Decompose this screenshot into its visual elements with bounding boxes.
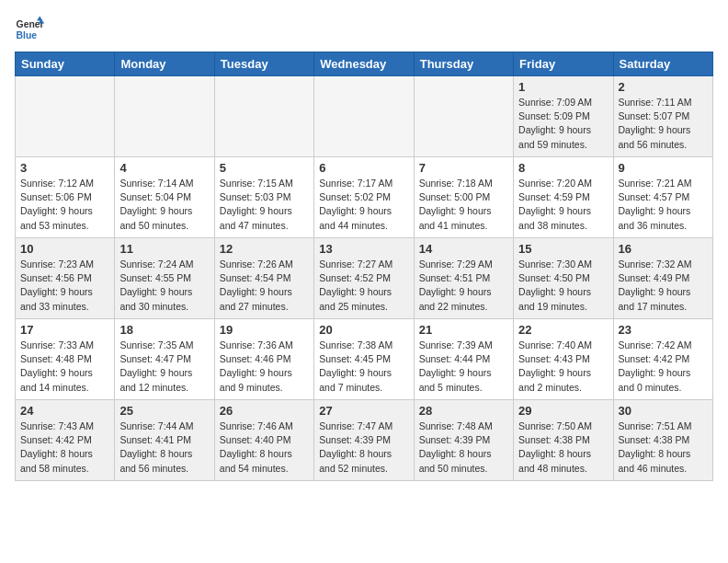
calendar-day-cell: 24Sunrise: 7:43 AM Sunset: 4:42 PM Dayli… [16, 400, 115, 481]
day-info: Sunrise: 7:36 AM Sunset: 4:46 PM Dayligh… [220, 339, 309, 395]
calendar-day-cell: 20Sunrise: 7:38 AM Sunset: 4:45 PM Dayli… [314, 319, 414, 400]
day-info: Sunrise: 7:35 AM Sunset: 4:47 PM Dayligh… [119, 339, 209, 395]
calendar-day-cell: 8Sunrise: 7:20 AM Sunset: 4:59 PM Daylig… [514, 157, 613, 238]
day-info: Sunrise: 7:30 AM Sunset: 4:50 PM Dayligh… [518, 258, 608, 314]
calendar-day-cell: 25Sunrise: 7:44 AM Sunset: 4:41 PM Dayli… [115, 400, 214, 481]
day-number: 15 [518, 242, 608, 256]
calendar-day-cell [115, 76, 214, 157]
svg-text:Blue: Blue [17, 30, 38, 40]
day-number: 11 [119, 242, 209, 256]
calendar-week-row: 10Sunrise: 7:23 AM Sunset: 4:56 PM Dayli… [16, 238, 713, 319]
day-info: Sunrise: 7:46 AM Sunset: 4:40 PM Dayligh… [220, 419, 309, 476]
calendar-day-cell [314, 76, 414, 157]
day-number: 7 [419, 161, 508, 175]
calendar-day-cell: 13Sunrise: 7:27 AM Sunset: 4:52 PM Dayli… [314, 238, 414, 319]
calendar-week-row: 3Sunrise: 7:12 AM Sunset: 5:06 PM Daylig… [16, 157, 713, 238]
calendar-day-cell: 21Sunrise: 7:39 AM Sunset: 4:44 PM Dayli… [414, 319, 513, 400]
day-number: 21 [419, 323, 508, 337]
day-number: 19 [220, 323, 309, 337]
calendar-day-cell: 6Sunrise: 7:17 AM Sunset: 5:02 PM Daylig… [314, 157, 414, 238]
day-number: 20 [319, 323, 408, 337]
day-info: Sunrise: 7:21 AM Sunset: 4:57 PM Dayligh… [619, 177, 708, 233]
calendar-week-row: 24Sunrise: 7:43 AM Sunset: 4:42 PM Dayli… [16, 400, 713, 481]
calendar-day-cell: 10Sunrise: 7:23 AM Sunset: 4:56 PM Dayli… [16, 238, 115, 319]
day-header: Wednesday [314, 52, 414, 76]
day-info: Sunrise: 7:32 AM Sunset: 4:49 PM Dayligh… [619, 258, 708, 314]
day-header: Sunday [16, 52, 115, 76]
day-info: Sunrise: 7:15 AM Sunset: 5:03 PM Dayligh… [220, 177, 309, 233]
calendar-day-cell: 29Sunrise: 7:50 AM Sunset: 4:38 PM Dayli… [514, 400, 613, 481]
day-number: 10 [20, 242, 109, 256]
calendar-week-row: 1Sunrise: 7:09 AM Sunset: 5:09 PM Daylig… [16, 76, 713, 157]
day-number: 27 [319, 404, 408, 418]
day-info: Sunrise: 7:24 AM Sunset: 4:55 PM Dayligh… [119, 258, 209, 314]
day-info: Sunrise: 7:26 AM Sunset: 4:54 PM Dayligh… [220, 258, 309, 314]
day-info: Sunrise: 7:27 AM Sunset: 4:52 PM Dayligh… [319, 258, 408, 314]
calendar-day-cell: 23Sunrise: 7:42 AM Sunset: 4:42 PM Dayli… [613, 319, 712, 400]
calendar-day-cell: 12Sunrise: 7:26 AM Sunset: 4:54 PM Dayli… [214, 238, 313, 319]
calendar-day-cell: 18Sunrise: 7:35 AM Sunset: 4:47 PM Dayli… [115, 319, 214, 400]
day-header: Tuesday [214, 52, 313, 76]
calendar-day-cell: 14Sunrise: 7:29 AM Sunset: 4:51 PM Dayli… [414, 238, 513, 319]
calendar-day-cell: 28Sunrise: 7:48 AM Sunset: 4:39 PM Dayli… [414, 400, 513, 481]
day-number: 5 [220, 161, 309, 175]
day-info: Sunrise: 7:20 AM Sunset: 4:59 PM Dayligh… [518, 177, 608, 233]
day-info: Sunrise: 7:18 AM Sunset: 5:00 PM Dayligh… [419, 177, 508, 233]
calendar-day-cell: 15Sunrise: 7:30 AM Sunset: 4:50 PM Dayli… [514, 238, 613, 319]
calendar-day-cell: 27Sunrise: 7:47 AM Sunset: 4:39 PM Dayli… [314, 400, 414, 481]
calendar-week-row: 17Sunrise: 7:33 AM Sunset: 4:48 PM Dayli… [16, 319, 713, 400]
day-number: 13 [319, 242, 408, 256]
calendar-day-cell: 9Sunrise: 7:21 AM Sunset: 4:57 PM Daylig… [613, 157, 712, 238]
day-info: Sunrise: 7:17 AM Sunset: 5:02 PM Dayligh… [319, 177, 408, 233]
logo-icon: General Blue [15, 15, 44, 44]
day-header: Monday [115, 52, 214, 76]
day-info: Sunrise: 7:11 AM Sunset: 5:07 PM Dayligh… [619, 96, 708, 152]
calendar-day-cell: 30Sunrise: 7:51 AM Sunset: 4:38 PM Dayli… [613, 400, 712, 481]
calendar-day-cell: 19Sunrise: 7:36 AM Sunset: 4:46 PM Dayli… [214, 319, 313, 400]
day-info: Sunrise: 7:12 AM Sunset: 5:06 PM Dayligh… [20, 177, 109, 233]
calendar-day-cell: 7Sunrise: 7:18 AM Sunset: 5:00 PM Daylig… [414, 157, 513, 238]
calendar-day-cell: 26Sunrise: 7:46 AM Sunset: 4:40 PM Dayli… [214, 400, 313, 481]
day-number: 26 [220, 404, 309, 418]
day-info: Sunrise: 7:43 AM Sunset: 4:42 PM Dayligh… [20, 419, 109, 476]
day-info: Sunrise: 7:14 AM Sunset: 5:04 PM Dayligh… [119, 177, 209, 233]
day-number: 17 [20, 323, 109, 337]
calendar-day-cell: 3Sunrise: 7:12 AM Sunset: 5:06 PM Daylig… [16, 157, 115, 238]
day-number: 2 [619, 80, 708, 94]
page-header: General Blue [15, 15, 713, 44]
calendar-day-cell: 16Sunrise: 7:32 AM Sunset: 4:49 PM Dayli… [613, 238, 712, 319]
day-info: Sunrise: 7:23 AM Sunset: 4:56 PM Dayligh… [20, 258, 109, 314]
svg-marker-2 [37, 17, 42, 21]
day-info: Sunrise: 7:29 AM Sunset: 4:51 PM Dayligh… [419, 258, 508, 314]
day-number: 8 [518, 161, 608, 175]
day-number: 1 [518, 80, 608, 94]
day-info: Sunrise: 7:09 AM Sunset: 5:09 PM Dayligh… [518, 96, 608, 152]
day-number: 22 [518, 323, 608, 337]
day-info: Sunrise: 7:50 AM Sunset: 4:38 PM Dayligh… [518, 419, 608, 476]
day-info: Sunrise: 7:33 AM Sunset: 4:48 PM Dayligh… [20, 339, 109, 395]
day-info: Sunrise: 7:39 AM Sunset: 4:44 PM Dayligh… [419, 339, 508, 395]
calendar-body: 1Sunrise: 7:09 AM Sunset: 5:09 PM Daylig… [16, 76, 713, 481]
day-header: Thursday [414, 52, 513, 76]
day-number: 6 [319, 161, 408, 175]
logo: General Blue [15, 15, 44, 44]
day-number: 28 [419, 404, 508, 418]
calendar-day-cell [214, 76, 313, 157]
calendar-day-cell: 4Sunrise: 7:14 AM Sunset: 5:04 PM Daylig… [115, 157, 214, 238]
day-number: 29 [518, 404, 608, 418]
day-number: 12 [220, 242, 309, 256]
day-number: 14 [419, 242, 508, 256]
day-number: 24 [20, 404, 109, 418]
day-info: Sunrise: 7:42 AM Sunset: 4:42 PM Dayligh… [619, 339, 708, 395]
calendar-day-cell [16, 76, 115, 157]
day-number: 30 [619, 404, 708, 418]
day-info: Sunrise: 7:38 AM Sunset: 4:45 PM Dayligh… [319, 339, 408, 395]
day-info: Sunrise: 7:48 AM Sunset: 4:39 PM Dayligh… [419, 419, 508, 476]
calendar-day-cell: 2Sunrise: 7:11 AM Sunset: 5:07 PM Daylig… [613, 76, 712, 157]
day-info: Sunrise: 7:47 AM Sunset: 4:39 PM Dayligh… [319, 419, 408, 476]
day-info: Sunrise: 7:44 AM Sunset: 4:41 PM Dayligh… [119, 419, 209, 476]
day-number: 9 [619, 161, 708, 175]
calendar-day-cell [414, 76, 513, 157]
calendar-day-cell: 5Sunrise: 7:15 AM Sunset: 5:03 PM Daylig… [214, 157, 313, 238]
day-header: Saturday [613, 52, 712, 76]
